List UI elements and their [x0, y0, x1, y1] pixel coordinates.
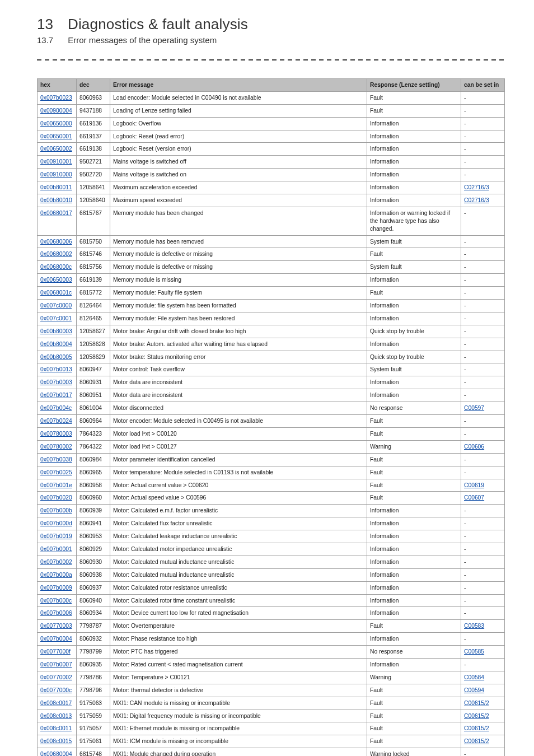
hex-link[interactable]: 0x00680004 [40, 751, 72, 756]
hex-link[interactable]: 0x007b0003 [40, 379, 72, 385]
hex-link[interactable]: 0x007b000c [40, 598, 72, 604]
set-link[interactable]: C00615/2 [464, 700, 489, 706]
set-cell: - [461, 658, 505, 671]
hex-link[interactable]: 0x00b80010 [40, 197, 72, 203]
hex-link[interactable]: 0x00770003 [40, 623, 72, 629]
set-cell: - [461, 633, 505, 646]
hex-link[interactable]: 0x007b0024 [40, 418, 72, 424]
hex-link[interactable]: 0x00910001 [40, 158, 72, 165]
msg-cell: Logbook: Reset (version error) [110, 143, 367, 156]
hex-link[interactable]: 0x00900004 [40, 108, 72, 114]
hex-link[interactable]: 0x00780003 [40, 431, 72, 437]
hex-link[interactable]: 0x007b0004 [40, 636, 72, 642]
hex-link[interactable]: 0x007c0001 [40, 315, 72, 321]
set-cell: - [461, 427, 505, 440]
resp-cell: Fault [367, 287, 461, 300]
resp-cell: Warning locked [367, 748, 461, 756]
hex-link[interactable]: 0x00680017 [40, 210, 72, 216]
set-cell: C00594 [461, 684, 505, 697]
hex-link[interactable]: 0x007c0000 [40, 302, 72, 309]
msg-cell: Memory module: File system has been rest… [110, 312, 367, 325]
divider [37, 56, 505, 64]
hex-link[interactable]: 0x0068000c [40, 264, 72, 270]
hex-link[interactable]: 0x00910000 [40, 171, 72, 178]
hex-link[interactable]: 0x007b0013 [40, 366, 72, 372]
table-row: 0x00b8001012058640Maximum speed exceeded… [38, 194, 505, 207]
hex-link[interactable]: 0x007b0009 [40, 585, 72, 591]
hex-link[interactable]: 0x008c0017 [40, 700, 72, 706]
resp-cell: Information [367, 594, 461, 607]
hex-link[interactable]: 0x0077000f [40, 648, 71, 655]
hex-link[interactable]: 0x00770002 [40, 674, 72, 680]
hex-link[interactable]: 0x007b0017 [40, 392, 72, 398]
set-link[interactable]: C02716/3 [464, 184, 489, 190]
resp-cell: Information [367, 274, 461, 287]
set-link[interactable]: C00619 [464, 482, 484, 488]
hex-link[interactable]: 0x00650000 [40, 120, 72, 127]
hex-link[interactable]: 0x007b000b [40, 507, 72, 514]
hex-link[interactable]: 0x007b000a [40, 572, 72, 578]
hex-link[interactable]: 0x00b80005 [40, 354, 72, 360]
msg-cell: Motor: Calculated motor impedance unreal… [110, 543, 367, 556]
msg-cell: Motor: Rated current < rated magnetisati… [110, 658, 367, 671]
dec-cell: 8126465 [77, 312, 110, 325]
hex-link[interactable]: 0x00780002 [40, 444, 72, 450]
msg-cell: Memory module: file system has been form… [110, 300, 367, 312]
table-row: 0x007800037864323Motor load I²xt > C0012… [38, 427, 505, 440]
dec-cell: 7798796 [77, 684, 110, 697]
hex-link[interactable]: 0x007b0007 [40, 661, 72, 668]
hex-link[interactable]: 0x00650002 [40, 146, 72, 152]
hex-link[interactable]: 0x007b0001 [40, 546, 72, 552]
set-link[interactable]: C00584 [464, 674, 484, 680]
resp-cell: Fault [367, 104, 461, 117]
set-link[interactable]: C00597 [464, 405, 484, 411]
resp-cell: Fault [367, 466, 461, 479]
set-link[interactable]: C00606 [464, 444, 484, 450]
hex-link[interactable]: 0x00680002 [40, 251, 72, 257]
hex-link[interactable]: 0x00b80004 [40, 341, 72, 347]
hex-link[interactable]: 0x00680006 [40, 239, 72, 245]
resp-cell: Information [367, 568, 461, 581]
hex-link[interactable]: 0x007b000d [40, 520, 72, 526]
hex-link[interactable]: 0x007b0038 [40, 456, 72, 463]
set-link[interactable]: C00607 [464, 494, 484, 501]
hex-link[interactable]: 0x007b0023 [40, 95, 72, 101]
set-link[interactable]: C00615/2 [464, 738, 489, 744]
resp-cell: Fault [367, 492, 461, 505]
set-link[interactable]: C02716/3 [464, 197, 489, 203]
hex-link[interactable]: 0x007b0020 [40, 494, 72, 501]
hex-link[interactable]: 0x007b0006 [40, 610, 72, 616]
hex-link[interactable]: 0x007b004c [40, 405, 72, 411]
hex-link[interactable]: 0x00650003 [40, 277, 72, 283]
set-link[interactable]: C00615/2 [464, 725, 489, 731]
hex-link[interactable]: 0x007b0019 [40, 533, 72, 539]
msg-cell: Memory module is missing [110, 274, 367, 287]
hex-link[interactable]: 0x007b001e [40, 482, 72, 488]
section-title: Error messages of the operating system [68, 35, 217, 45]
hex-link[interactable]: 0x008c0015 [40, 738, 72, 744]
resp-cell: Fault [367, 735, 461, 748]
resp-cell: Fault [367, 453, 461, 466]
set-link[interactable]: C00594 [464, 687, 484, 693]
set-cell: - [461, 517, 505, 530]
resp-cell: Information [367, 543, 461, 556]
dec-cell: 8060932 [77, 633, 110, 646]
set-cell: C00584 [461, 671, 505, 684]
hex-link[interactable]: 0x008c0011 [40, 725, 72, 731]
table-row: 0x007b004c8061004Motor disconnectedNo re… [38, 402, 505, 415]
hex-link[interactable]: 0x007b0025 [40, 469, 72, 475]
set-link[interactable]: C00615/2 [464, 713, 489, 719]
resp-cell: Fault [367, 427, 461, 440]
hex-link[interactable]: 0x0077000c [40, 687, 72, 693]
hex-link[interactable]: 0x00b80003 [40, 328, 72, 334]
hex-link[interactable]: 0x008c0013 [40, 713, 72, 719]
hex-link[interactable]: 0x0068001c [40, 290, 72, 296]
resp-cell: Information or warning locked if the har… [367, 207, 461, 235]
set-link[interactable]: C00583 [464, 623, 484, 629]
resp-cell: Fault [367, 620, 461, 633]
msg-cell: Maximum acceleration exceeded [110, 181, 367, 194]
hex-link[interactable]: 0x00b80011 [40, 184, 72, 190]
set-link[interactable]: C00585 [464, 648, 484, 655]
hex-link[interactable]: 0x00650001 [40, 133, 72, 139]
hex-link[interactable]: 0x007b0002 [40, 559, 72, 565]
